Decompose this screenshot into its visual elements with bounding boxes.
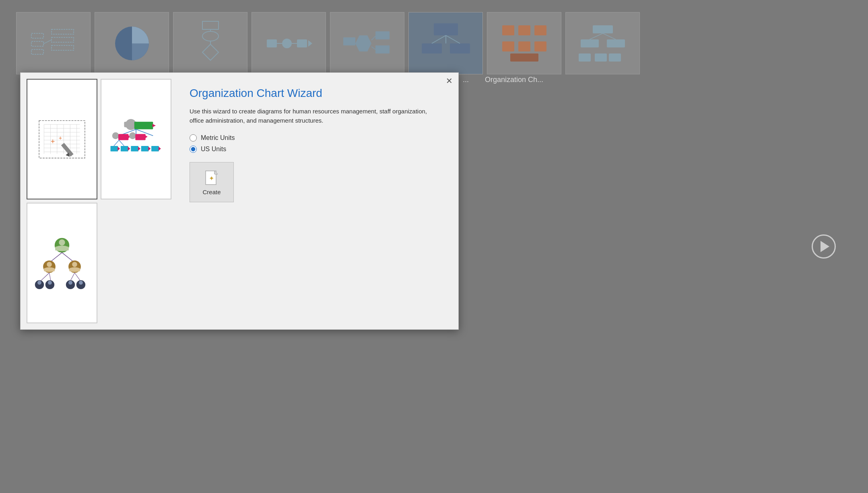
bg-thumb-4[interactable] (252, 12, 326, 74)
svg-rect-41 (607, 39, 625, 47)
svg-line-102 (70, 273, 75, 281)
svg-line-80 (114, 140, 119, 146)
thumb-card-color-org[interactable] (101, 79, 171, 199)
thumb-card-avatar-org[interactable] (27, 203, 97, 323)
wizard-title: Organization Chart Wizard (190, 87, 440, 100)
svg-rect-21 (375, 31, 390, 39)
svg-point-77 (129, 132, 136, 139)
svg-rect-39 (593, 25, 613, 33)
svg-rect-27 (422, 43, 442, 53)
us-units-radio[interactable] (190, 146, 197, 153)
svg-line-81 (119, 140, 124, 146)
thumb-card-grid[interactable]: + + + (27, 79, 97, 199)
svg-line-25 (371, 47, 375, 49)
svg-rect-43 (595, 53, 607, 62)
svg-line-94 (51, 253, 62, 261)
wizard-description: Use this wizard to create diagrams for h… (190, 107, 440, 125)
svg-line-46 (603, 33, 616, 39)
modal-body: + + + (21, 73, 458, 329)
svg-line-24 (371, 36, 375, 40)
svg-rect-42 (579, 53, 591, 62)
svg-text:✦: ✦ (209, 175, 214, 182)
svg-marker-87 (138, 147, 140, 151)
svg-point-111 (79, 281, 83, 285)
svg-point-107 (48, 281, 52, 285)
bg-thumb-1[interactable] (16, 12, 91, 74)
svg-rect-35 (502, 41, 514, 51)
metric-units-radio[interactable] (190, 134, 197, 142)
svg-rect-28 (450, 43, 470, 53)
svg-line-45 (590, 33, 603, 39)
metric-units-label: Metric Units (201, 134, 235, 142)
svg-line-101 (49, 273, 51, 281)
svg-rect-34 (534, 25, 546, 35)
svg-rect-2 (31, 49, 43, 54)
svg-text:+: + (59, 135, 62, 141)
create-button[interactable]: ✦ Create (190, 162, 234, 202)
bg-thumb-8[interactable] (565, 12, 640, 74)
right-panel: Organization Chart Wizard Use this wizar… (177, 79, 452, 323)
svg-marker-91 (159, 147, 161, 151)
svg-rect-75 (118, 134, 128, 140)
svg-rect-17 (297, 39, 307, 47)
svg-rect-32 (502, 25, 514, 35)
svg-rect-38 (510, 53, 538, 62)
svg-marker-83 (118, 147, 120, 151)
svg-rect-82 (111, 146, 118, 152)
svg-marker-10 (202, 44, 219, 60)
svg-rect-88 (141, 146, 149, 152)
svg-rect-78 (135, 134, 145, 140)
svg-rect-37 (534, 41, 546, 51)
svg-line-6 (43, 40, 52, 44)
svg-rect-4 (52, 37, 74, 42)
svg-line-100 (41, 273, 49, 281)
svg-rect-86 (131, 146, 138, 152)
us-units-option[interactable]: US Units (190, 146, 440, 153)
bg-thumb-3[interactable] (173, 12, 247, 74)
svg-rect-22 (375, 45, 390, 53)
svg-rect-26 (434, 23, 458, 35)
svg-line-30 (446, 35, 460, 43)
create-icon: ✦ (204, 169, 219, 186)
svg-point-15 (282, 39, 292, 48)
svg-rect-5 (52, 45, 74, 50)
svg-line-29 (432, 35, 446, 43)
svg-text:+: + (51, 138, 55, 146)
us-units-label: US Units (201, 146, 226, 153)
svg-rect-1 (31, 41, 43, 46)
left-panel: + + + (27, 79, 171, 323)
svg-rect-13 (267, 39, 277, 47)
bg-thumb-2[interactable] (95, 12, 169, 74)
svg-marker-79 (145, 135, 148, 138)
svg-rect-19 (343, 37, 355, 45)
units-radio-group: Metric Units US Units (190, 134, 440, 153)
svg-marker-89 (148, 147, 151, 151)
svg-marker-18 (308, 40, 312, 47)
bg-thumb-5[interactable] (330, 12, 404, 74)
svg-line-95 (62, 253, 73, 261)
play-button[interactable] (812, 234, 836, 259)
bg-thumb-6[interactable] (408, 12, 483, 74)
svg-rect-69 (134, 122, 153, 129)
create-button-label: Create (202, 189, 221, 195)
svg-point-9 (202, 31, 219, 41)
svg-line-103 (75, 273, 80, 281)
svg-rect-40 (581, 39, 599, 47)
close-button[interactable]: ✕ (446, 77, 453, 85)
metric-units-option[interactable]: Metric Units (190, 134, 440, 142)
svg-point-93 (59, 239, 65, 245)
svg-point-99 (72, 262, 77, 267)
bg-thumb-7[interactable] (487, 12, 561, 74)
svg-point-74 (112, 132, 119, 139)
svg-rect-3 (52, 29, 74, 34)
svg-rect-44 (609, 53, 621, 62)
modal-dialog: ✕ (20, 72, 459, 330)
svg-rect-90 (151, 146, 159, 152)
svg-point-105 (37, 281, 41, 285)
svg-point-97 (47, 262, 52, 267)
svg-marker-70 (153, 124, 156, 127)
bg-label-2: Organization Ch... (485, 76, 543, 84)
svg-rect-84 (121, 146, 128, 152)
bg-label-1: ... (463, 76, 469, 84)
svg-marker-85 (128, 147, 130, 151)
